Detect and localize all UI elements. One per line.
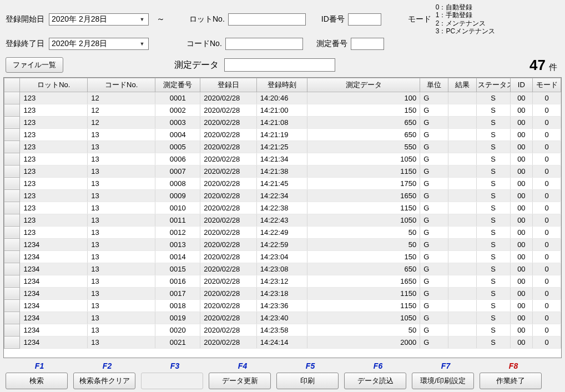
fkey-button-f2[interactable]: 検索条件クリア: [73, 373, 135, 389]
table-row[interactable]: 1231300082020/02/2814:21:451750GS000: [4, 177, 561, 189]
table-row[interactable]: 12341300192020/02/2814:23:401050GS000: [4, 311, 561, 324]
column-header[interactable]: モード: [533, 78, 561, 92]
cell-code: 13: [88, 140, 155, 153]
cell-unit: G: [420, 336, 448, 348]
cell-result: [448, 214, 476, 226]
table-row[interactable]: 12341300162020/02/2814:23:121650GS000: [4, 275, 561, 287]
table-row[interactable]: 1231300122020/02/2814:22:4950GS000: [4, 226, 561, 238]
lot-no-input[interactable]: [228, 13, 306, 26]
row-header[interactable]: [4, 238, 20, 250]
table-row[interactable]: 1231300042020/02/2814:21:19650GS000: [4, 128, 561, 140]
cell-id: 00: [510, 153, 533, 165]
end-date-value: 2020年 2月28日: [52, 39, 138, 49]
table-row[interactable]: 1231200022020/02/2814:21:00150GS000: [4, 104, 561, 116]
meas-data-input[interactable]: [224, 58, 335, 72]
cell-status: S: [476, 140, 510, 153]
cell-time: 14:22:49: [256, 226, 307, 238]
table-row[interactable]: 12341300212020/02/2814:24:142000GS000: [4, 336, 561, 348]
cell-time: 14:23:36: [256, 299, 307, 311]
row-header[interactable]: [4, 311, 20, 324]
cell-status: S: [476, 92, 510, 104]
cell-unit: G: [420, 153, 448, 165]
column-header[interactable]: コードNo.: [88, 78, 155, 92]
row-header[interactable]: [4, 263, 20, 275]
row-header[interactable]: [4, 275, 20, 287]
cell-lot: 123: [20, 189, 88, 202]
cell-mode: 0: [533, 214, 561, 226]
column-header[interactable]: 単位: [420, 78, 448, 92]
cell-code: 13: [88, 214, 155, 226]
table-row[interactable]: 12341300132020/02/2814:22:5950GS000: [4, 238, 561, 250]
cell-lot: 123: [20, 202, 88, 214]
row-header[interactable]: [4, 189, 20, 202]
row-header[interactable]: [4, 128, 20, 140]
cell-id: 00: [510, 214, 533, 226]
fkey-button-f1[interactable]: 検索: [6, 373, 68, 389]
fkey-button-f8[interactable]: 作業終了: [480, 373, 542, 389]
column-header[interactable]: 測定番号: [155, 78, 200, 92]
cell-no: 0017: [155, 287, 200, 299]
table-row[interactable]: 12341300182020/02/2814:23:361150GS000: [4, 299, 561, 311]
column-header[interactable]: ロットNo.: [20, 78, 88, 92]
table-row[interactable]: 1231300112020/02/2814:22:431050GS000: [4, 214, 561, 226]
row-header[interactable]: [4, 287, 20, 299]
row-header[interactable]: [4, 116, 20, 128]
row-header[interactable]: [4, 104, 20, 116]
meas-no-input[interactable]: [351, 38, 384, 50]
table-row[interactable]: 12341300172020/02/2814:23:181150GS000: [4, 287, 561, 299]
cell-no: 0009: [155, 189, 200, 202]
column-header[interactable]: 登録時刻: [256, 78, 307, 92]
chevron-down-icon[interactable]: ▼: [138, 16, 146, 23]
column-header[interactable]: 登録日: [200, 78, 257, 92]
id-no-input[interactable]: [348, 13, 381, 26]
column-header[interactable]: 測定データ: [307, 78, 420, 92]
toolbar-row: ファイル一覧 測定データ 47 件: [0, 54, 565, 77]
start-date-label: 登録開始日: [6, 14, 44, 24]
row-header[interactable]: [4, 226, 20, 238]
row-header[interactable]: [4, 177, 20, 189]
column-header[interactable]: ステータス: [476, 78, 510, 92]
file-list-button[interactable]: ファイル一覧: [6, 57, 63, 73]
cell-unit: G: [420, 92, 448, 104]
code-no-input[interactable]: [225, 38, 303, 50]
column-header[interactable]: ID: [510, 78, 533, 92]
cell-result: [448, 299, 476, 311]
cell-code: 13: [88, 238, 155, 250]
row-header[interactable]: [4, 153, 20, 165]
grid-scroll-area[interactable]: ロットNo.コードNo.測定番号登録日登録時刻測定データ単位結果ステータスIDモ…: [4, 78, 561, 358]
start-date-picker[interactable]: 2020年 2月28日 ▼: [49, 13, 149, 26]
fkey-button-f4[interactable]: データ更新: [209, 373, 271, 389]
table-row[interactable]: 1231300062020/02/2814:21:341050GS000: [4, 153, 561, 165]
table-row[interactable]: 12341300142020/02/2814:23:04150GS000: [4, 250, 561, 263]
cell-time: 14:23:58: [256, 324, 307, 336]
row-header[interactable]: [4, 92, 20, 104]
fkey-button-f7[interactable]: 環境/印刷設定: [412, 373, 474, 389]
column-header[interactable]: 結果: [448, 78, 476, 92]
table-row[interactable]: 1231300072020/02/2814:21:381150GS000: [4, 165, 561, 177]
cell-code: 13: [88, 275, 155, 287]
table-row[interactable]: 1231300052020/02/2814:21:25550GS000: [4, 140, 561, 153]
cell-code: 13: [88, 177, 155, 189]
chevron-down-icon[interactable]: ▼: [138, 40, 146, 48]
row-header[interactable]: [4, 165, 20, 177]
row-header[interactable]: [4, 250, 20, 263]
table-row[interactable]: 1231300102020/02/2814:22:381150GS000: [4, 202, 561, 214]
row-header[interactable]: [4, 214, 20, 226]
end-date-picker[interactable]: 2020年 2月28日 ▼: [49, 38, 149, 50]
row-header-corner[interactable]: [4, 78, 20, 92]
table-row[interactable]: 1231200032020/02/2814:21:08650GS000: [4, 116, 561, 128]
row-header[interactable]: [4, 336, 20, 348]
table-row[interactable]: 12341300202020/02/2814:23:5850GS000: [4, 324, 561, 336]
table-row[interactable]: 1231300092020/02/2814:22:341650GS000: [4, 189, 561, 202]
cell-date: 2020/02/28: [200, 165, 257, 177]
row-header[interactable]: [4, 202, 20, 214]
fkey-button-f6[interactable]: データ読込: [344, 373, 406, 389]
table-row[interactable]: 12341300152020/02/2814:23:08650GS000: [4, 263, 561, 275]
table-row[interactable]: 1231200012020/02/2814:20:46100GS000: [4, 92, 561, 104]
cell-date: 2020/02/28: [200, 92, 257, 104]
row-header[interactable]: [4, 324, 20, 336]
row-header[interactable]: [4, 140, 20, 153]
cell-no: 0005: [155, 140, 200, 153]
row-header[interactable]: [4, 299, 20, 311]
fkey-button-f5[interactable]: 印刷: [276, 373, 339, 389]
